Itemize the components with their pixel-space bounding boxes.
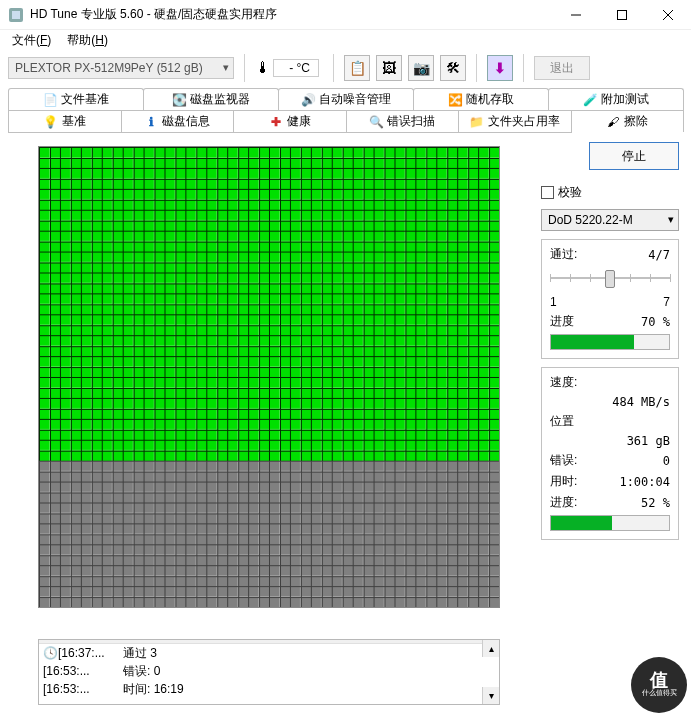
log-row[interactable]: 🕓[16:37:...通过 3 [39, 644, 499, 662]
tab-disk-monitor[interactable]: 💽磁盘监视器 [143, 88, 279, 110]
tab-row-1: 📄文件基准 💽磁盘监视器 🔊自动噪音管理 🔀随机存取 🧪附加测试 [8, 88, 683, 110]
slider-min: 1 [550, 295, 557, 309]
separator [333, 54, 334, 82]
errors-label: 错误: [550, 452, 577, 469]
log-row[interactable]: [16:53:...错误: 0 [39, 662, 499, 680]
verify-checkbox[interactable] [541, 186, 554, 199]
copy-info-button[interactable]: 📋 [344, 55, 370, 81]
position-label: 位置 [550, 413, 574, 430]
minimize-button[interactable] [553, 0, 599, 30]
copy-screenshot-button[interactable]: 🖼 [376, 55, 402, 81]
maximize-button[interactable] [599, 0, 645, 30]
save-button[interactable]: ⬇ [487, 55, 513, 81]
tab-benchmark[interactable]: 💡基准 [8, 110, 122, 132]
slider-max: 7 [663, 295, 670, 309]
options-button[interactable]: 🛠 [440, 55, 466, 81]
erase-icon: 🖌 [606, 115, 620, 129]
separator [244, 54, 245, 82]
screenshot-button[interactable]: 📷 [408, 55, 434, 81]
chevron-down-icon: ▾ [668, 213, 674, 226]
menu-file[interactable]: 文件(F) [4, 31, 59, 50]
app-icon [8, 7, 24, 23]
pass-value: 4/7 [648, 248, 670, 262]
tab-strip: 📄文件基准 💽磁盘监视器 🔊自动噪音管理 🔀随机存取 🧪附加测试 💡基准 ℹ磁盘… [8, 88, 683, 133]
scroll-up-button[interactable]: ▴ [482, 640, 499, 657]
method-dropdown-label: DoD 5220.22-M [548, 213, 633, 227]
speaker-icon: 🔊 [301, 93, 315, 107]
bulb-icon: 💡 [44, 115, 58, 129]
health-icon: ✚ [269, 115, 283, 129]
menu-bar: 文件(F) 帮助(H) [0, 30, 691, 50]
speed-label: 速度: [550, 374, 577, 391]
magnifier-icon: 🔍 [369, 115, 383, 129]
verify-label: 校验 [558, 184, 582, 201]
log-row[interactable]: [16:53:...时间: 16:19 [39, 680, 499, 698]
pass-label: 通过: [550, 246, 577, 263]
tab-folder-usage[interactable]: 📁文件夹占用率 [458, 110, 572, 132]
tab-error-scan[interactable]: 🔍错误扫描 [346, 110, 460, 132]
watermark: 值 什么值得买 [631, 657, 687, 713]
svg-rect-1 [12, 11, 20, 19]
window-title: HD Tune 专业版 5.60 - 硬盘/固态硬盘实用程序 [30, 6, 277, 23]
device-dropdown[interactable]: PLEXTOR PX-512M9PeY (512 gB) ▾ [8, 57, 234, 79]
tab-disk-info[interactable]: ℹ磁盘信息 [121, 110, 235, 132]
test-icon: 🧪 [583, 93, 597, 107]
log-list[interactable]: 🕓[16:37:...通过 3 [16:53:...错误: 0 [16:53:.… [38, 639, 500, 705]
tab-random-access[interactable]: 🔀随机存取 [413, 88, 549, 110]
stats-panel: 速度: 484 MB/s 位置 361 gB 错误:0 用时:1:00:04 进… [541, 367, 679, 540]
separator [476, 54, 477, 82]
content-area: 停止 校验 DoD 5220.22-M ▾ 通过: 4/7 1 7 [8, 134, 683, 709]
pass-progress-bar [550, 334, 670, 350]
tab-row-2: 💡基准 ℹ磁盘信息 ✚健康 🔍错误扫描 📁文件夹占用率 🖌擦除 [8, 110, 683, 132]
errors-value: 0 [663, 454, 670, 468]
pass-panel: 通过: 4/7 1 7 进度 70 % [541, 239, 679, 359]
temperature-display: 🌡 - °C [255, 59, 319, 77]
menu-help[interactable]: 帮助(H) [59, 31, 116, 50]
tab-health[interactable]: ✚健康 [233, 110, 347, 132]
method-dropdown[interactable]: DoD 5220.22-M ▾ [541, 209, 679, 231]
thermometer-icon: 🌡 [255, 59, 271, 77]
tab-extra-tests[interactable]: 🧪附加测试 [548, 88, 684, 110]
tab-aam[interactable]: 🔊自动噪音管理 [278, 88, 414, 110]
speed-value: 484 MB/s [612, 395, 670, 409]
time-label: 用时: [550, 473, 577, 490]
svg-rect-3 [618, 11, 627, 20]
overall-progress-label: 进度: [550, 494, 577, 511]
pass-progress-value: 70 % [641, 315, 670, 329]
exit-button[interactable]: 退出 [534, 56, 590, 80]
stop-button[interactable]: 停止 [589, 142, 679, 170]
title-bar: HD Tune 专业版 5.60 - 硬盘/固态硬盘实用程序 [0, 0, 691, 30]
pass-progress-label: 进度 [550, 313, 574, 330]
overall-progress-bar [550, 515, 670, 531]
clock-icon: 🕓 [43, 646, 58, 660]
toolbar: PLEXTOR PX-512M9PeY (512 gB) ▾ 🌡 - °C 📋 … [0, 50, 691, 86]
overall-progress-value: 52 % [641, 496, 670, 510]
position-value: 361 gB [627, 434, 670, 448]
disk-icon: 💽 [172, 93, 186, 107]
random-icon: 🔀 [448, 93, 462, 107]
temperature-value: - °C [273, 59, 319, 77]
pass-slider[interactable] [550, 267, 670, 291]
time-value: 1:00:04 [619, 475, 670, 489]
folder-icon: 📁 [470, 115, 484, 129]
scroll-down-button[interactable]: ▾ [482, 687, 499, 704]
file-icon: 📄 [43, 93, 57, 107]
separator [523, 54, 524, 82]
tab-erase[interactable]: 🖌擦除 [571, 110, 685, 132]
erase-progress-map [38, 146, 500, 608]
tab-file-benchmark[interactable]: 📄文件基准 [8, 88, 144, 110]
close-button[interactable] [645, 0, 691, 30]
device-dropdown-label: PLEXTOR PX-512M9PeY (512 gB) [15, 61, 203, 75]
chevron-down-icon: ▾ [223, 61, 229, 74]
info-icon: ℹ [144, 115, 158, 129]
